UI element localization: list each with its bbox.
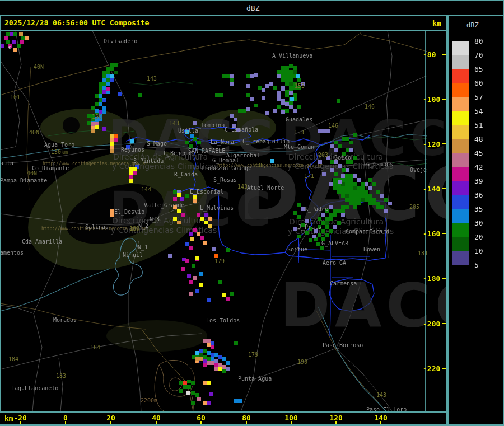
echo-cell (197, 232, 200, 236)
echo-cell (207, 351, 211, 355)
echo-cell (262, 96, 265, 100)
echo-cell (368, 178, 372, 182)
y-axis-tick-label: -160 (423, 230, 440, 238)
echo-cell (12, 40, 16, 44)
echo-cell (110, 142, 114, 146)
y-axis-line (425, 31, 426, 411)
echo-cell (207, 298, 211, 302)
echo-cell (380, 205, 384, 209)
echo-cell (346, 137, 349, 141)
echo-cell (353, 174, 357, 178)
x-axis-tick (200, 421, 202, 424)
echo-cell (222, 74, 226, 78)
place-label: Bowen (363, 246, 380, 252)
echo-cell (189, 246, 193, 250)
echo-cell (234, 118, 237, 121)
echo-cell (214, 363, 218, 367)
echo-cell (114, 134, 118, 138)
place-label: Punta_Agua (238, 376, 272, 382)
echo-cell (102, 74, 106, 78)
echo-cell (254, 104, 258, 107)
legend-tick-label: 36 (474, 191, 483, 199)
echo-cell (211, 361, 214, 365)
road-label: 184 (90, 344, 100, 350)
echo-cell (342, 137, 346, 141)
road-label: 203 (318, 152, 328, 158)
road-label: 190 (297, 359, 307, 365)
echo-cell (203, 349, 207, 353)
legend-swatch (452, 69, 469, 83)
echo-cell (114, 63, 118, 67)
echo-cell (187, 274, 191, 278)
echo-cell (204, 213, 208, 217)
y-axis-unit-label: km (432, 19, 441, 27)
legend-tick-label: 42 (474, 163, 483, 171)
echo-cell (110, 63, 114, 67)
echo-cell (250, 74, 254, 78)
x-axis-tick (156, 421, 157, 424)
echo-cell (191, 401, 195, 405)
echo-cell (203, 363, 207, 367)
echo-cell (91, 106, 95, 110)
echo-cell (289, 70, 293, 74)
echo-cell (341, 190, 345, 194)
echo-cell (384, 198, 388, 202)
echo-cell (368, 202, 372, 205)
echo-cell (277, 93, 281, 97)
echo-cell (289, 91, 293, 95)
map-line (0, 269, 110, 311)
echo-cell (193, 199, 197, 203)
echo-cell (265, 84, 269, 88)
legend-tick-label: 51 (474, 121, 483, 129)
echo-cell (226, 248, 230, 252)
echo-cell (214, 367, 218, 371)
echo-cell (197, 141, 201, 144)
road-label: 179 (214, 258, 225, 264)
echo-cell (353, 156, 357, 160)
echo-cell (318, 233, 321, 237)
map-border-top (0, 30, 449, 31)
x-axis-tick (380, 421, 381, 424)
y-axis-tick (442, 99, 446, 100)
echo-cell (129, 175, 133, 179)
road-label: 40N (34, 64, 44, 70)
echo-cell (200, 236, 204, 240)
echo-cell (357, 198, 361, 202)
echo-cell (277, 70, 281, 74)
place-label: G_ALVEAR (321, 240, 348, 246)
echo-cell (102, 99, 106, 102)
echo-cell (110, 67, 114, 71)
echo-cell (349, 186, 353, 190)
echo-cell (349, 148, 353, 152)
place-label: CompantEscard (346, 228, 389, 235)
echo-cell (102, 78, 106, 82)
y-axis-tick-label: -200 (423, 320, 440, 328)
echo-cell (106, 90, 110, 94)
echo-cell (138, 93, 142, 97)
echo-cell (195, 393, 199, 397)
echo-cell (376, 202, 380, 205)
echo-cell (329, 229, 333, 233)
y-axis-tick (442, 368, 446, 369)
legend-tick-label: 60 (474, 79, 483, 87)
place-label: G_Bombal (212, 157, 239, 163)
echo-cell (297, 215, 301, 219)
echo-cell (337, 99, 340, 103)
echo-cell (325, 217, 329, 221)
echo-cell (208, 217, 212, 221)
echo-cell (110, 74, 114, 78)
y-axis-tick-label: -220 (423, 364, 440, 373)
echo-cell (290, 97, 294, 101)
echo-cell (380, 194, 384, 198)
legend-swatch (452, 223, 469, 237)
x-axis-unit-label: km (4, 414, 13, 423)
road-label: 183 (56, 373, 66, 379)
timestamp: 2025/12/28 06:56:00 UTC Composite (4, 18, 149, 27)
echo-cell (361, 186, 365, 190)
echo-cell (316, 242, 320, 246)
echo-cell (211, 345, 214, 349)
echo-cell (342, 168, 346, 172)
echo-cell (180, 197, 184, 201)
divider-right (446, 15, 449, 426)
echo-cell (226, 367, 230, 371)
